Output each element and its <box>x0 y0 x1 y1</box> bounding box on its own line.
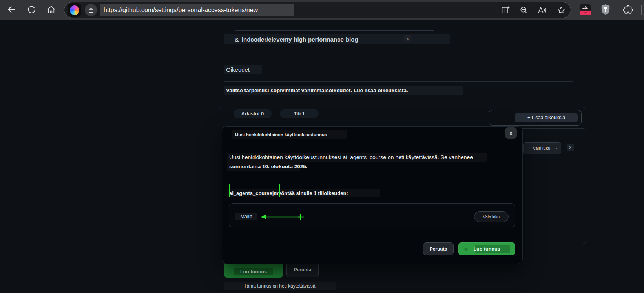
modal-cancel-button[interactable]: Peruuta <box>423 242 454 255</box>
repo-icon: & <box>235 36 239 43</box>
permission-card: Mallit Vain luku <box>229 203 515 227</box>
refresh-button[interactable] <box>26 4 37 15</box>
split-screen-icon <box>501 5 510 15</box>
zoom-out-button[interactable] <box>519 5 529 15</box>
browser-toolbar: https://github.com/settings/personal-acc… <box>0 0 644 20</box>
modal-create-button[interactable]: Luo tunnus <box>458 242 515 255</box>
read-aloud-icon <box>537 5 547 15</box>
top-divider <box>235 30 434 31</box>
copilot-icon <box>70 5 79 15</box>
back-icon <box>6 4 16 15</box>
modal-create-label: Luo tunnus <box>473 246 500 252</box>
remove-permission-button[interactable]: X <box>567 144 574 151</box>
repo-name: indcoder/eleventy-high-performance-blog <box>242 36 358 43</box>
site-security-button[interactable] <box>85 4 97 16</box>
security-shield-button[interactable] <box>600 4 611 15</box>
url-text: https://github.com/settings/personal-acc… <box>104 7 258 14</box>
extension-red-icon <box>580 4 591 16</box>
screenshot-stage: https://github.com/settings/personal-acc… <box>0 0 644 293</box>
copilot-button[interactable] <box>68 3 81 17</box>
modal-footer-divider <box>222 237 522 237</box>
modal-header-divider <box>222 151 522 151</box>
modal-body-line2: sunnuntaina 10. elokuuta 2025. <box>227 162 300 171</box>
remove-repo-button[interactable]: x <box>404 35 411 42</box>
tab-account[interactable]: Tili 1 <box>280 109 319 118</box>
extensions-button[interactable] <box>622 4 633 15</box>
selected-repo-chip: & indcoder/eleventy-high-performance-blo… <box>224 34 450 44</box>
add-permissions-button[interactable]: + Lisää oikeuksia <box>515 113 578 122</box>
read-aloud-button[interactable] <box>537 5 547 15</box>
shield-icon <box>600 4 611 15</box>
refresh-icon <box>27 5 36 15</box>
back-button[interactable] <box>6 4 17 15</box>
modal-close-button[interactable]: X <box>505 127 517 139</box>
zoom-out-icon <box>519 5 529 15</box>
permission-access-pill[interactable]: Vain luku <box>474 211 509 222</box>
access-level-value: Vain luku <box>528 146 555 151</box>
annotation-box <box>229 184 280 197</box>
modal-create-dot <box>464 248 468 251</box>
page-create-token-label: Luo tunnus <box>240 269 267 275</box>
chevron-down-icon: ▼ <box>555 147 558 150</box>
lock-icon <box>88 7 94 13</box>
home-button[interactable] <box>46 4 57 15</box>
grant-text: myöntää sinulle 1 tilioikeuden: <box>274 190 348 196</box>
toolbar-divider <box>641 5 642 15</box>
home-icon <box>46 5 56 15</box>
permissions-description: Valitse tarpeisiisi sopivimmat vähimmäis… <box>224 86 463 95</box>
permission-label: Mallit <box>235 213 257 220</box>
section-divider <box>224 81 573 82</box>
modal-body-line1: Uusi henkilökohtainen käyttöoikeustunnuk… <box>227 153 487 162</box>
token-availability-note: Tämä tunnus on heti käytettävissä. <box>224 282 336 290</box>
star-icon <box>556 5 566 15</box>
annotation-arrow <box>259 213 306 220</box>
modal-title: Uusi henkilökohtainen käyttöoikeustunnus <box>232 130 347 139</box>
split-screen-button[interactable] <box>500 5 511 15</box>
puzzle-icon <box>623 5 633 15</box>
favorites-button[interactable] <box>556 5 566 15</box>
toolbar-edge <box>0 20 644 20</box>
access-level-select[interactable]: Vain luku ▼ <box>523 142 561 154</box>
permissions-heading: Oikeudet <box>224 65 262 74</box>
url-input[interactable]: https://github.com/settings/personal-acc… <box>100 4 294 16</box>
extension-red-button[interactable] <box>580 4 591 15</box>
tab-repositories[interactable]: Arkistot 0 <box>234 109 272 118</box>
new-token-modal: Uusi henkilökohtainen käyttöoikeustunnus… <box>222 126 523 264</box>
